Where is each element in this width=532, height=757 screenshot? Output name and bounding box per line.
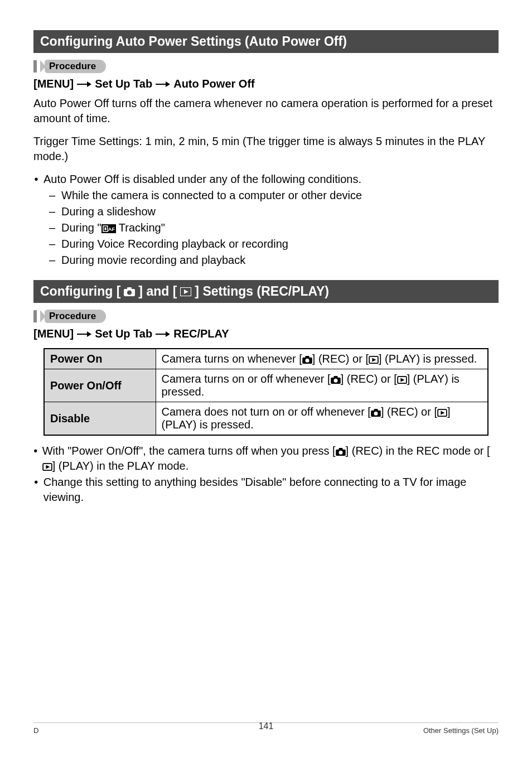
dash-icon: – [49, 204, 57, 219]
svg-marker-3 [166, 81, 170, 87]
list-item-text: While the camera is connected to a compu… [61, 188, 362, 203]
svg-rect-23 [333, 376, 337, 378]
svg-text:AF: AF [108, 226, 115, 232]
table-row: Disable Camera does not turn on or off w… [44, 402, 488, 436]
play-icon [397, 376, 407, 384]
svg-marker-36 [46, 465, 50, 469]
notes-list: • With "Power On/Off", the camera turns … [33, 443, 499, 505]
list-item-text: Change this setting to anything besides … [43, 475, 499, 505]
text-fragment: Camera does not turn on or off whenever … [162, 406, 371, 418]
table-cell-label: Power On [44, 349, 156, 369]
list-item: • Auto Power Off is disabled under any o… [33, 172, 499, 187]
page-footer: D 141 Other Settings (Set Up) [33, 722, 499, 735]
play-icon [437, 409, 447, 417]
dash-icon: – [49, 237, 57, 252]
svg-rect-28 [374, 409, 378, 411]
play-icon [180, 287, 191, 296]
svg-point-24 [333, 379, 337, 383]
camera-rec-icon [302, 356, 312, 364]
footer-page-number: 141 [259, 721, 274, 731]
section-heading-text: Configuring Auto Power Settings (Auto Po… [40, 34, 347, 49]
list-item: – During movie recording and playback [49, 253, 499, 268]
heading-text-b: ] and [ [138, 284, 177, 299]
camera-rec-icon [331, 376, 341, 384]
dash-icon: – [49, 220, 57, 235]
svg-rect-18 [305, 356, 309, 358]
text-fragment: ] (REC) in the REC mode or [ [346, 445, 490, 457]
camera-rec-icon [124, 287, 135, 296]
bullet-icon: • [33, 172, 39, 187]
arrow-right-icon [77, 330, 91, 338]
procedure-label-text: Procedure [49, 61, 96, 71]
svg-point-10 [127, 290, 132, 295]
list-item-text: Auto Power Off is disabled under any of … [43, 172, 361, 187]
menu-path-seg-3: REC/PLAY [173, 327, 229, 340]
list-item-text: During "AF Tracking" [61, 220, 165, 235]
menu-path-seg-1: [MENU] [33, 78, 74, 90]
menu-path-seg-2: Set Up Tab [95, 327, 152, 340]
arrow-right-icon [77, 80, 91, 88]
text-fragment: Camera turns on whenever [ [162, 353, 302, 365]
svg-marker-21 [372, 358, 376, 361]
arrow-right-icon [156, 80, 170, 88]
procedure-label-row: Procedure [33, 60, 499, 73]
table-cell-label: Power On/Off [44, 369, 156, 402]
conditions-list: • Auto Power Off is disabled under any o… [33, 172, 499, 268]
paragraph-trigger-times: Trigger Time Settings: 1 min, 2 min, 5 m… [33, 134, 499, 164]
text-fragment: With "Power On/Off", the camera turns of… [42, 445, 336, 457]
svg-point-19 [305, 359, 309, 363]
list-item-text: With "Power On/Off", the camera turns of… [42, 443, 499, 474]
list-item: – During Voice Recording playback or rec… [49, 237, 499, 252]
play-icon [369, 356, 379, 364]
table-cell-label: Disable [44, 402, 156, 436]
procedure-bar-decoration [33, 60, 37, 73]
footer-left: D [33, 726, 38, 735]
text-fragment: ] (PLAY) is pressed. [379, 353, 477, 365]
list-item: • Change this setting to anything beside… [33, 475, 499, 505]
dash-icon: – [49, 253, 57, 268]
menu-path-seg-1: [MENU] [33, 327, 74, 340]
section-heading-rec-play: Configuring [ ] and [ ] Settings (REC/PL… [33, 280, 499, 303]
svg-marker-1 [87, 81, 91, 87]
list-item: – While the camera is connected to a com… [49, 188, 499, 203]
menu-path-seg-2: Set Up Tab [95, 78, 152, 90]
list-item: • With "Power On/Off", the camera turns … [33, 443, 499, 474]
svg-rect-33 [338, 448, 342, 450]
procedure-label-text: Procedure [49, 311, 96, 321]
heading-text-a: Configuring [ [40, 284, 120, 299]
rec-play-settings-table: Power On Camera turns on whenever [] (RE… [43, 348, 489, 436]
svg-marker-31 [441, 411, 444, 414]
table-row: Power On/Off Camera turns on or off when… [44, 369, 488, 402]
list-item: – During a slideshow [49, 204, 499, 219]
list-item-text: During Voice Recording playback or recor… [61, 237, 288, 252]
menu-path-rec-play: [MENU] Set Up Tab REC/PLAY [33, 327, 499, 340]
procedure-bar-decoration [33, 310, 37, 322]
text-fragment: ] (REC) or [ [341, 373, 397, 385]
arrow-right-icon [156, 330, 170, 338]
table-cell-desc: Camera does not turn on or off whenever … [156, 402, 488, 436]
section-heading-auto-power-off: Configuring Auto Power Settings (Auto Po… [33, 30, 499, 53]
text-fragment: ] (REC) or [ [381, 406, 437, 418]
procedure-label-row: Procedure [33, 310, 499, 323]
text-fragment: ] (REC) or [ [312, 353, 369, 365]
svg-marker-16 [166, 331, 170, 337]
table-cell-desc: Camera turns on or off whenever [] (REC)… [156, 369, 488, 402]
procedure-pill: Procedure [45, 310, 106, 323]
text-fragment: ] (PLAY) in the PLAY mode. [52, 460, 189, 472]
svg-point-34 [338, 451, 342, 455]
paragraph-auto-power-desc: Auto Power Off turns off the camera when… [33, 96, 499, 126]
svg-marker-26 [400, 378, 404, 382]
list-item-text: During a slideshow [61, 204, 156, 219]
footer-right: Other Settings (Set Up) [423, 726, 499, 735]
svg-point-29 [374, 412, 378, 416]
heading-text-c: ] Settings (REC/PLAY) [195, 284, 329, 299]
list-item-text: During movie recording and playback [61, 253, 245, 268]
svg-marker-12 [184, 290, 188, 294]
camera-rec-icon [336, 448, 346, 456]
table-cell-desc: Camera turns on whenever [] (REC) or [] … [156, 349, 488, 369]
table-row: Power On Camera turns on whenever [] (RE… [44, 349, 488, 369]
section-heading-inner: Configuring [ ] and [ ] Settings (REC/PL… [40, 284, 492, 299]
play-icon [42, 463, 52, 471]
menu-path-seg-3: Auto Power Off [173, 78, 255, 90]
svg-rect-9 [127, 287, 132, 290]
